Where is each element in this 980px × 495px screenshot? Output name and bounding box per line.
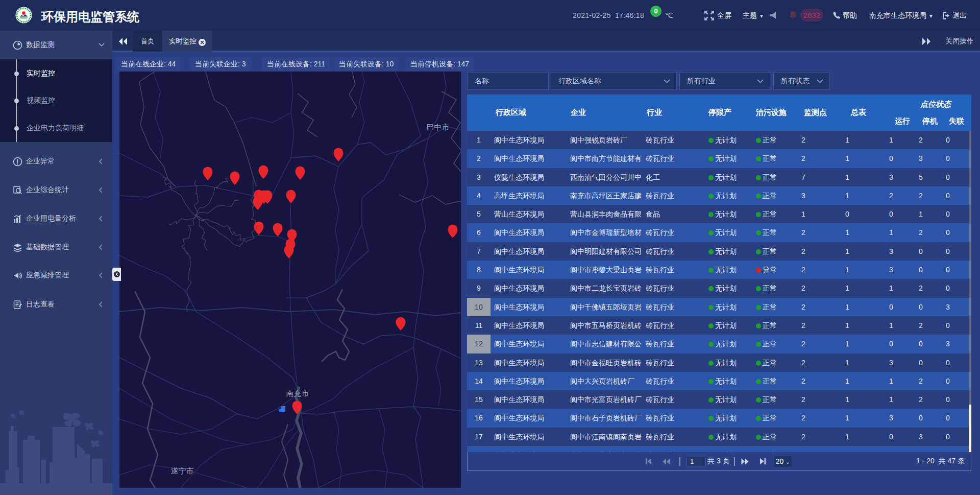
svg-text:巴中市: 巴中市 (427, 123, 450, 131)
svg-text:南充市: 南充市 (286, 389, 309, 397)
svg-text:遂宁市: 遂宁市 (171, 466, 194, 475)
